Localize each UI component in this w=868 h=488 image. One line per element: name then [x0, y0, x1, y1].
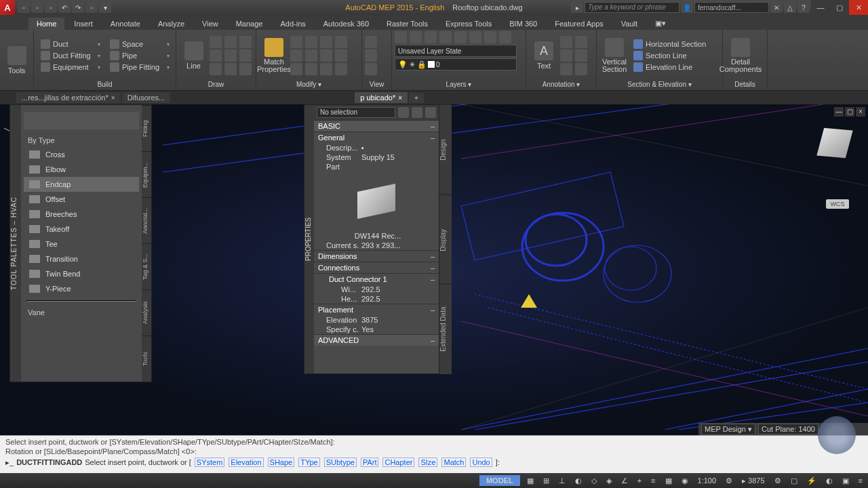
status-scale[interactable]: 1:100 [695, 474, 719, 487]
help-icon[interactable]: ? [797, 2, 810, 13]
doc-tab[interactable]: p ubicado*× [355, 92, 408, 103]
pipe-fitting-button[interactable]: Pipe Fitting [106, 62, 174, 73]
draw-tool-icon[interactable] [210, 63, 222, 75]
view-tool-icon[interactable] [365, 49, 377, 62]
panel-annotation[interactable]: Annotation ▾ [529, 80, 593, 89]
status-3dosnap-icon[interactable]: ◈ [604, 474, 614, 487]
cmd-keyword[interactable]: SHape [268, 458, 295, 467]
qat-undo-icon[interactable]: ↶ [58, 2, 71, 13]
modify-tool-icon[interactable] [335, 63, 347, 75]
status-annoscale-icon[interactable]: ⚙ [723, 474, 735, 487]
model-space-button[interactable]: MODEL [479, 475, 520, 486]
layer-tool-icon[interactable] [454, 31, 467, 43]
panel-modify[interactable]: Modify ▾ [259, 80, 359, 89]
tab-insert[interactable]: Insert [66, 18, 101, 30]
section-line-button[interactable]: Section Line [631, 50, 719, 61]
prop-value[interactable]: 292.5 [359, 285, 439, 293]
elevation-line-button[interactable]: Elevation Line [631, 62, 719, 73]
space-button[interactable]: Space [106, 39, 174, 49]
qat-more-icon[interactable]: ▾ [99, 2, 111, 13]
tab-raster[interactable]: Raster Tools [378, 18, 436, 30]
addselection-icon[interactable] [412, 107, 422, 118]
layer-dropdown[interactable]: 💡☀🔒0 [395, 58, 517, 70]
palette-item-transition[interactable]: Transition [24, 251, 139, 266]
layer-tool-icon[interactable] [425, 31, 437, 43]
status-clean-icon[interactable]: ▣ [840, 474, 852, 487]
tab-addins[interactable]: Add-ins [272, 18, 313, 30]
palette-item-elbow[interactable]: Elbow [24, 162, 139, 177]
prop-value[interactable]: Yes [359, 325, 439, 333]
modify-tool-icon[interactable] [320, 36, 332, 48]
selection-dropdown[interactable]: No selection [317, 107, 395, 118]
palette-search[interactable] [24, 112, 139, 129]
cmd-keyword[interactable]: SUbtype [324, 458, 357, 467]
draw-tool-icon[interactable] [224, 49, 237, 62]
help-search-input[interactable]: Type a keyword or phrase [585, 2, 679, 13]
close-button[interactable]: ✕ [849, 0, 868, 15]
status-osnap-icon[interactable]: ◇ [589, 474, 599, 487]
ext-tab-extended[interactable]: Extended Data [439, 284, 452, 374]
doc-tab[interactable]: ...res...jillas de extracción*× [16, 92, 121, 103]
status-grid-icon[interactable]: ▦ [524, 474, 536, 487]
navigation-wheel-icon[interactable] [818, 416, 856, 454]
palette-item-cross[interactable]: Cross [24, 147, 139, 162]
maximize-button[interactable]: ▢ [830, 0, 849, 15]
anno-tool-icon[interactable] [575, 36, 587, 48]
tab-analyze[interactable]: Analyze [150, 18, 193, 30]
cmd-keyword[interactable]: SYstem [195, 458, 225, 467]
layer-tool-icon[interactable] [410, 31, 422, 43]
close-icon[interactable]: × [398, 94, 402, 102]
layer-tool-icon[interactable] [484, 31, 496, 43]
modify-tool-icon[interactable] [290, 49, 302, 62]
qat-new-icon[interactable]: ▫ [18, 2, 30, 13]
minimize-button[interactable]: — [811, 0, 830, 15]
detail-components-button[interactable]: Detail Components [726, 33, 755, 78]
layer-tool-icon[interactable] [439, 31, 452, 43]
duct-fitting-button[interactable]: Duct Fitting [37, 50, 104, 61]
prop-value[interactable]: ▪ [359, 144, 439, 152]
palette-tab-tag[interactable]: Tag & S... [142, 243, 151, 289]
modify-tool-icon[interactable] [305, 36, 317, 48]
status-elevation[interactable]: ▸ 3875 [739, 474, 768, 487]
status-hardware-icon[interactable]: ⚡ [804, 474, 819, 487]
status-workspace-icon[interactable]: ⚙ [772, 474, 784, 487]
modify-tool-icon[interactable] [290, 36, 302, 48]
view-tool-icon[interactable] [365, 63, 377, 75]
duct-button[interactable]: Duct [37, 39, 104, 49]
modify-tool-icon[interactable] [305, 63, 317, 75]
palette-item-breeches[interactable]: Breeches [24, 207, 139, 222]
palette-tab-equipment[interactable]: Equipm... [142, 151, 151, 197]
layer-state-dropdown[interactable]: Unsaved Layer State [395, 45, 517, 57]
draw-tool-icon[interactable] [239, 49, 252, 62]
user-menu[interactable]: fernandocaff... [694, 2, 769, 13]
tab-view[interactable]: View [194, 18, 226, 30]
status-polar-icon[interactable]: ◐ [572, 474, 585, 487]
section-dimensions[interactable]: Dimensions [314, 250, 439, 262]
qat-open-icon[interactable]: ▫ [31, 2, 43, 13]
ext-tab-display[interactable]: Display [439, 195, 452, 285]
tab-annotate[interactable]: Annotate [102, 18, 149, 30]
prop-value[interactable]: 3875 [359, 316, 439, 324]
prop-value[interactable]: 293 x 293... [359, 241, 439, 249]
palette-item-vane[interactable]: Vane [24, 306, 139, 319]
layer-tool-icon[interactable] [395, 31, 407, 43]
vertical-section-button[interactable]: Vertical Section [599, 33, 629, 78]
palette-item-twinbend[interactable]: Twin Bend [24, 266, 139, 281]
quickselect-icon[interactable] [398, 107, 409, 118]
section-basic[interactable]: BASIC [314, 120, 439, 131]
doc-tab[interactable]: Difusores... [122, 92, 171, 103]
anno-tool-icon[interactable] [575, 63, 587, 75]
wcs-badge[interactable]: WCS [826, 199, 849, 209]
signin-icon[interactable]: 👤 [681, 2, 693, 13]
tab-bim360[interactable]: BIM 360 [501, 18, 545, 30]
horizontal-section-button[interactable]: Horizontal Section [631, 39, 719, 49]
draw-tool-icon[interactable] [239, 63, 252, 75]
palette-item-endcap[interactable]: Endcap [24, 177, 139, 192]
status-transparency-icon[interactable]: ▦ [663, 474, 675, 487]
anno-tool-icon[interactable] [575, 49, 587, 62]
ribbon-collapse-icon[interactable]: ▣▾ [647, 17, 674, 30]
close-icon[interactable]: × [111, 94, 115, 102]
status-monitor-icon[interactable]: ▢ [788, 474, 800, 487]
vp-close-icon[interactable]: × [856, 107, 865, 117]
equipment-button[interactable]: Equipment [37, 62, 104, 73]
